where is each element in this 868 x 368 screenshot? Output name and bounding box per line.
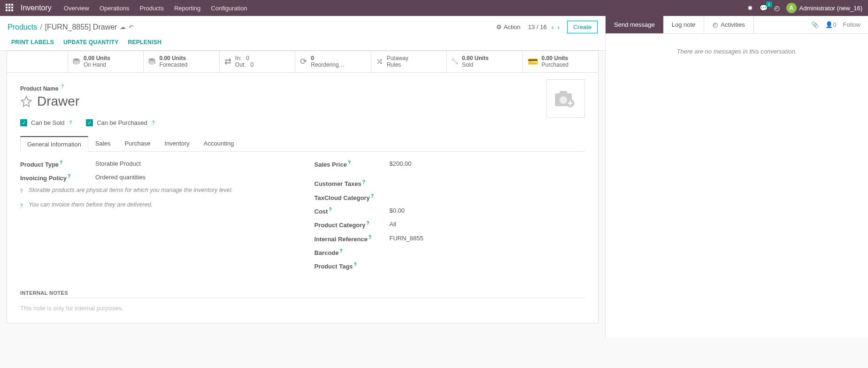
tab-accounting[interactable]: Accounting — [197, 136, 241, 151]
cost-label: Cost — [315, 208, 328, 215]
nav-products[interactable]: Products — [140, 5, 164, 12]
internal-reference-value[interactable]: FURN_8855 — [390, 235, 423, 243]
attachment-icon[interactable]: 📎 — [811, 21, 819, 28]
tab-inventory[interactable]: Inventory — [157, 136, 196, 151]
product-name-label: Product Name — [20, 85, 58, 92]
help-icon[interactable]: ? — [369, 235, 371, 240]
create-button[interactable]: Create — [567, 21, 598, 33]
stat-on-hand[interactable]: ⛃ 0.00 UnitsOn Hand — [68, 51, 144, 72]
pager: 13 / 16 ‹ › — [528, 23, 560, 31]
nav-configuration[interactable]: Configuration — [211, 5, 247, 12]
product-image-upload[interactable] — [546, 79, 585, 118]
help-icon[interactable]: ? — [354, 262, 357, 267]
form-tabs: General Information Sales Purchase Inven… — [20, 136, 585, 152]
messages-badge: 1 — [766, 1, 772, 7]
help-icon[interactable]: ? — [371, 193, 374, 199]
product-tags-label: Product Tags — [315, 263, 353, 270]
user-menu[interactable]: A Administrator (new_16) — [786, 3, 862, 13]
product-title[interactable]: Drawer — [37, 94, 79, 109]
pager-current: 13 — [528, 23, 535, 31]
product-type-value[interactable]: Storable Product — [95, 160, 141, 168]
update-quantity-button[interactable]: Update Quantity — [63, 39, 119, 46]
transfer-icon: ⇄ — [224, 56, 231, 67]
user-name: Administrator (new_16) — [799, 5, 862, 12]
nav-operations[interactable]: Operations — [100, 5, 130, 12]
barcode-label: Barcode — [315, 249, 339, 256]
pager-total: 16 — [540, 23, 546, 31]
discard-icon[interactable]: ↶ — [129, 23, 134, 31]
action-dropdown[interactable]: ⚙ Action — [496, 23, 521, 31]
can-be-sold-label: Can be Sold — [31, 119, 65, 126]
can-be-purchased-label: Can be Purchased — [97, 119, 147, 126]
nav-menu: Overview Operations Products Reporting C… — [64, 5, 247, 12]
help-icon[interactable]: ? — [152, 120, 155, 125]
help-icon[interactable]: ? — [362, 179, 365, 184]
debug-icon[interactable]: ✸ — [747, 4, 753, 12]
help-icon[interactable]: ? — [60, 160, 62, 165]
messages-icon[interactable]: 💬1 — [760, 4, 768, 12]
tab-purchase[interactable]: Purchase — [117, 136, 157, 151]
stat-sold[interactable]: ␖ 0.00 UnitsSold — [447, 51, 522, 72]
activities-button[interactable]: ◴ Activities — [704, 16, 753, 33]
product-type-label: Product Type — [20, 161, 59, 168]
chart-icon: ␖ — [452, 57, 458, 67]
can-be-sold-checkbox[interactable]: ✓ — [20, 119, 27, 126]
cloud-upload-icon[interactable]: ☁ — [120, 23, 126, 31]
help-icon[interactable]: ? — [20, 202, 29, 209]
sales-price-value[interactable]: $200.00 — [390, 160, 412, 168]
credit-card-icon: 💳 — [528, 56, 538, 67]
product-type-hint: Storable products are physical items for… — [29, 186, 233, 195]
product-category-value[interactable]: All — [390, 221, 396, 229]
breadcrumb: Products / [FURN_8855] Drawer ☁ ↶ — [8, 23, 134, 31]
replenish-button[interactable]: Replenish — [128, 39, 161, 46]
help-icon[interactable]: ? — [61, 84, 64, 89]
stat-in-out[interactable]: ⇄ In:0 Out:0 — [220, 51, 295, 72]
tab-general-information[interactable]: General Information — [20, 136, 88, 152]
internal-notes-header: INTERNAL NOTES — [20, 290, 585, 298]
taxcloud-label: TaxCloud Category — [315, 194, 370, 201]
refresh-icon: ⟳ — [300, 56, 307, 67]
breadcrumb-title: [FURN_8855] Drawer — [45, 23, 117, 31]
pager-prev-icon[interactable]: ‹ — [552, 23, 554, 31]
product-category-label: Product Category — [315, 222, 366, 229]
help-icon[interactable]: ? — [329, 207, 331, 212]
app-title[interactable]: Inventory — [21, 4, 52, 12]
nav-reporting[interactable]: Reporting — [174, 5, 200, 12]
send-message-button[interactable]: Send message — [606, 16, 663, 33]
invoicing-policy-label: Invoicing Policy — [20, 175, 67, 182]
stat-putaway[interactable]: ⤭ PutawayRules — [371, 51, 447, 72]
follow-button[interactable]: Follow — [843, 21, 860, 28]
stat-reordering[interactable]: ⟳ 0Reordering… — [295, 51, 371, 72]
help-icon[interactable]: ? — [367, 221, 369, 226]
cost-value[interactable]: $0.00 — [390, 207, 405, 215]
followers-count[interactable]: 👤0 — [825, 21, 836, 28]
customer-taxes-label: Customer Taxes — [315, 181, 361, 188]
nav-overview[interactable]: Overview — [64, 5, 89, 12]
avatar: A — [786, 3, 797, 13]
print-labels-button[interactable]: Print Labels — [11, 39, 54, 46]
invoicing-policy-value[interactable]: Ordered quantities — [95, 174, 146, 182]
breadcrumb-root[interactable]: Products — [8, 23, 37, 31]
help-icon[interactable]: ? — [20, 188, 29, 195]
help-icon[interactable]: ? — [68, 174, 70, 179]
can-be-purchased-checkbox[interactable]: ✓ — [86, 119, 93, 126]
svg-rect-1 — [560, 91, 567, 95]
cubes-icon: ⛃ — [148, 56, 155, 67]
activities-clock-icon[interactable]: ◴ — [774, 4, 780, 12]
tab-sales[interactable]: Sales — [88, 136, 118, 151]
help-icon[interactable]: ? — [340, 248, 343, 253]
stat-forecasted[interactable]: ⛃ 0.00 UnitsForecasted — [144, 51, 219, 72]
pager-next-icon[interactable]: › — [557, 23, 560, 31]
help-icon[interactable]: ? — [348, 160, 351, 165]
stat-purchased[interactable]: 💳 0.00 UnitsPurchased — [523, 51, 598, 72]
top-navbar: Inventory Overview Operations Products R… — [0, 0, 868, 16]
apps-icon[interactable] — [6, 4, 14, 12]
control-panel: Products / [FURN_8855] Drawer ☁ ↶ ⚙ Acti… — [0, 16, 605, 51]
help-icon[interactable]: ? — [69, 120, 72, 125]
internal-notes-input[interactable]: This note is only for internal purposes. — [20, 298, 585, 312]
clock-icon: ◴ — [713, 21, 718, 28]
favorite-star-icon[interactable] — [20, 95, 32, 107]
internal-reference-label: Internal Reference — [315, 236, 368, 243]
log-note-button[interactable]: Log note — [663, 16, 704, 33]
stat-spacer — [7, 51, 68, 72]
